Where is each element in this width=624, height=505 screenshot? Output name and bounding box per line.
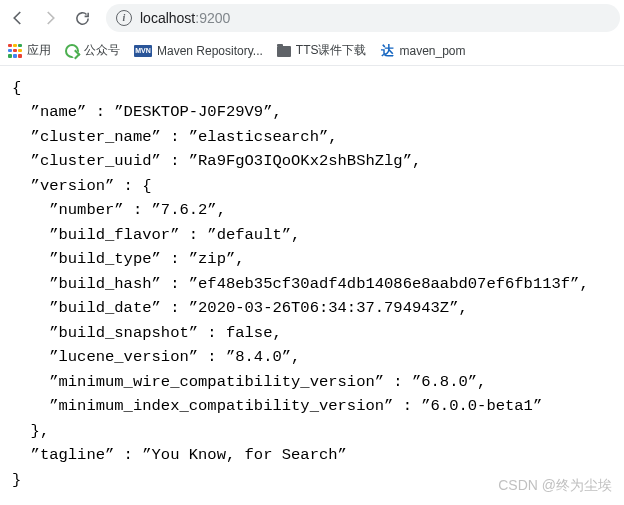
address-bar[interactable]: i localhost:9200 [106,4,620,32]
site-info-icon[interactable]: i [116,10,132,26]
bookmark-label: Maven Repository... [157,44,263,58]
bookmark-maven[interactable]: MVN Maven Repository... [134,44,263,58]
bookmark-label: maven_pom [400,44,466,58]
bookmark-pom[interactable]: 达 maven_pom [381,44,466,58]
browser-toolbar: i localhost:9200 [0,0,624,36]
bookmark-label: TTS课件下载 [296,42,367,59]
folder-icon [277,46,291,57]
json-content: { ”name” : ”DESKTOP-J0F29V9”, ”cluster_n… [0,66,624,502]
apps-icon [8,44,22,58]
forward-button[interactable] [36,4,64,32]
reload-button[interactable] [68,4,96,32]
bookmark-tts[interactable]: TTS课件下载 [277,42,367,59]
bookmarks-bar: 应用 公众号 MVN Maven Repository... TTS课件下载 达… [0,36,624,66]
refresh-icon [65,44,79,58]
url-text: localhost:9200 [140,10,230,26]
bookmark-gzh[interactable]: 公众号 [65,42,120,59]
bookmark-label: 公众号 [84,42,120,59]
watermark: CSDN @终为尘埃 [498,477,612,495]
mvn-icon: MVN [134,45,152,57]
back-button[interactable] [4,4,32,32]
bookmark-apps[interactable]: 应用 [8,42,51,59]
da-icon: 达 [381,44,395,58]
bookmark-label: 应用 [27,42,51,59]
